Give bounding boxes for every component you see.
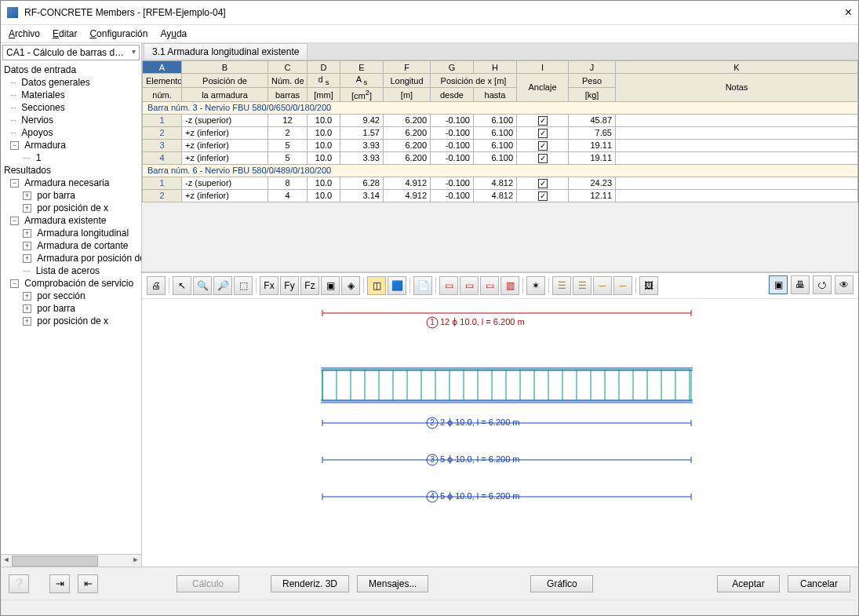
doc-icon[interactable]: 📄 (413, 276, 432, 295)
menu-editar[interactable]: Editar (53, 28, 77, 39)
render-button[interactable]: Renderiz. 3D (271, 575, 349, 592)
tree-por-posicion-x[interactable]: + por posición de x (4, 202, 138, 214)
graphic-canvas[interactable]: 1 12 ɸ 10.0, l = 6.200 m 2 2 ɸ 10.0, l =… (142, 299, 858, 567)
print-button[interactable]: 🖶 (791, 275, 810, 294)
pick-button[interactable]: ⭯ (813, 275, 832, 294)
ok-button[interactable]: Aceptar (717, 575, 780, 592)
anchor-checkbox[interactable]: ✓ (538, 116, 548, 126)
view-graphic-button[interactable]: ▣ (769, 275, 788, 294)
table-row[interactable]: 4+z (inferior)510.03.936.200-0.1006.100✓… (143, 151, 858, 164)
col-C[interactable]: C (268, 61, 308, 74)
anchor-checkbox[interactable]: ✓ (538, 154, 548, 163)
col-E[interactable]: E (340, 61, 384, 74)
tree-por-posicion-x-2[interactable]: + por posición de x (4, 315, 138, 327)
anchor-checkbox[interactable]: ✓ (538, 191, 548, 201)
tree-datos-generales[interactable]: ··· Datos generales (4, 76, 138, 89)
rebar4-icon[interactable]: ─ (613, 276, 632, 295)
tree-por-seccion[interactable]: + por sección (4, 290, 138, 302)
scroll-thumb[interactable] (12, 556, 98, 567)
view4-icon[interactable]: ▥ (500, 276, 519, 295)
tree-arm-cort[interactable]: + Armadura de cortante (4, 239, 138, 252)
zoom-icon[interactable]: 🔎 (213, 276, 232, 295)
case-selector[interactable]: CA1 - Cálculo de barras de horm (2, 45, 140, 60)
zoom-in-icon[interactable]: 🔍 (193, 276, 212, 295)
svg-text:5 ɸ 10.0, l = 6.200 m: 5 ɸ 10.0, l = 6.200 m (440, 454, 519, 464)
tree-datos-entrada[interactable]: Datos de entrada (4, 64, 138, 76)
tree-arm-long[interactable]: + Armadura longitudinal (4, 227, 138, 239)
col-F[interactable]: F (384, 61, 431, 74)
axis-icon[interactable]: ✶ (526, 276, 545, 295)
calc-button[interactable]: Cálculo (177, 575, 239, 592)
scroll-left-icon[interactable]: ◄ (1, 556, 12, 567)
anchor-checkbox[interactable]: ✓ (538, 129, 548, 138)
help-button[interactable]: ❔ (9, 574, 29, 593)
rebar1-icon[interactable]: ☰ (552, 276, 571, 295)
col-J[interactable]: J (569, 61, 616, 74)
table-row[interactable]: 1-z (superior)810.06.284.912-0.1004.812✓… (143, 177, 858, 189)
view-iso-icon[interactable]: ◈ (341, 276, 360, 295)
tab-arm-long[interactable]: 3.1 Armadura longitudinal existente (144, 43, 308, 60)
col-A[interactable]: A (143, 61, 182, 74)
tree-secciones[interactable]: ··· Secciones (4, 101, 138, 114)
import-button[interactable]: ⇤ (78, 574, 98, 593)
toggle-view-button[interactable]: 👁 (835, 275, 854, 294)
table-action-buttons: ▣ 🖶 ⭯ 👁 (769, 275, 854, 294)
view-3d-icon[interactable]: ▣ (321, 276, 340, 295)
col-H[interactable]: H (474, 61, 517, 74)
messages-button[interactable]: Mensajes... (357, 575, 428, 592)
close-icon[interactable]: × (845, 5, 852, 20)
tree-lista-aceros[interactable]: ···· Lista de aceros (4, 264, 138, 277)
color-icon[interactable]: 🟦 (388, 276, 406, 295)
col-D[interactable]: D (308, 61, 340, 74)
tree-materiales[interactable]: ··· Materiales (4, 89, 138, 101)
pointer-icon[interactable]: ↖ (173, 276, 191, 295)
col-G[interactable]: G (431, 61, 474, 74)
table-body: Barra núm. 3 - Nervio FBU 580/0/650/0/18… (143, 101, 858, 202)
tree-armadura-1[interactable]: ···· 1 (4, 151, 138, 164)
col-K[interactable]: K (616, 61, 858, 74)
view-y-icon[interactable]: Fy (280, 276, 299, 295)
grafico-button[interactable]: Gráfico (530, 575, 593, 592)
sidebar-hscroll[interactable]: ◄ ► (1, 554, 141, 567)
view3-icon[interactable]: ▭ (480, 276, 499, 295)
tree-nervios[interactable]: ··· Nervios (4, 114, 138, 126)
tree-por-barra[interactable]: + por barra (4, 189, 138, 202)
export-button[interactable]: ⇥ (49, 574, 70, 593)
reinforcement-table: A B C D E F G H I J K (142, 60, 858, 202)
tree-apoyos[interactable]: ··· Apoyos (4, 126, 138, 139)
table-row[interactable]: 2+z (inferior)210.01.576.200-0.1006.100✓… (143, 126, 858, 139)
tree-resultados[interactable]: Resultados (4, 164, 138, 177)
anchor-checkbox[interactable]: ✓ (538, 179, 548, 188)
table-row[interactable]: 1-z (superior)1210.09.426.200-0.1006.100… (143, 114, 858, 126)
menu-archivo[interactable]: Archivo (9, 28, 40, 39)
rebar3-icon[interactable]: ─ (593, 276, 612, 295)
tree-comprobacion[interactable]: − Comprobación de servicio (4, 277, 138, 290)
rebar2-icon[interactable]: ☰ (573, 276, 591, 295)
tree-por-barra-2[interactable]: + por barra (4, 302, 138, 315)
scroll-right-icon[interactable]: ► (130, 556, 141, 567)
nav-tree: Datos de entrada ··· Datos generales ···… (1, 62, 141, 554)
tree-armadura[interactable]: − Armadura (4, 139, 138, 151)
table-row[interactable]: 2+z (inferior)410.03.144.912-0.1004.812✓… (143, 189, 858, 202)
view-z-icon[interactable]: Fz (300, 276, 319, 295)
print-icon[interactable]: 🖨 (147, 276, 166, 295)
menu-ayuda[interactable]: Ayuda (160, 28, 187, 39)
select-icon[interactable]: ⬚ (234, 276, 253, 295)
menu-config[interactable]: Configuración (89, 28, 147, 39)
anchor-checkbox[interactable]: ✓ (538, 141, 548, 151)
cancel-button[interactable]: Cancelar (788, 575, 850, 592)
col-B[interactable]: B (182, 61, 268, 74)
dim-toggle-icon[interactable]: ◫ (367, 276, 386, 295)
tree-arm-existente[interactable]: − Armadura existente (4, 214, 138, 227)
view2-icon[interactable]: ▭ (460, 276, 479, 295)
view-x-icon[interactable]: Fx (260, 276, 278, 295)
tree-arm-necesaria[interactable]: − Armadura necesaria (4, 177, 138, 189)
table-row[interactable]: 3+z (inferior)510.03.936.200-0.1006.100✓… (143, 139, 858, 151)
col-I[interactable]: I (517, 61, 569, 74)
tree-arm-pos-x[interactable]: + Armadura por posición de x (4, 252, 138, 264)
sidebar: CA1 - Cálculo de barras de horm Datos de… (1, 43, 142, 567)
app-icon (7, 7, 18, 18)
picture-icon[interactable]: 🖼 (639, 276, 658, 295)
view1-icon[interactable]: ▭ (439, 276, 458, 295)
table-group-header: Barra núm. 6 - Nervio FBU 580/0/489/0/18… (143, 164, 858, 177)
